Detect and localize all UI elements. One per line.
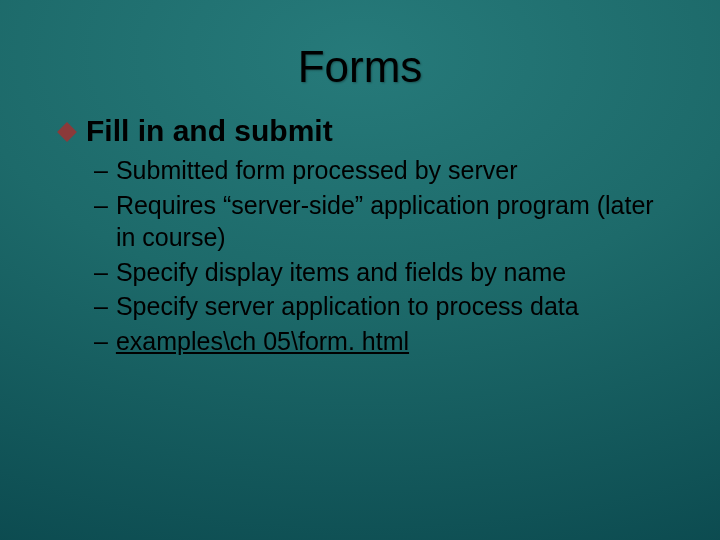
dash-bullet-icon: – (94, 256, 108, 289)
slide-body: Fill in and submit – Submitted form proc… (0, 92, 720, 357)
diamond-bullet-icon (57, 122, 77, 142)
example-link[interactable]: examples\ch 05\form. html (116, 325, 409, 358)
list-item: – Requires “server-side” application pro… (94, 189, 660, 254)
dash-bullet-icon: – (94, 154, 108, 187)
slide-title: Forms (0, 0, 720, 92)
list-item: – Submitted form processed by server (94, 154, 660, 187)
bullet-level1: Fill in and submit (60, 114, 660, 148)
list-item: – Specify display items and fields by na… (94, 256, 660, 289)
list-item: – Specify server application to process … (94, 290, 660, 323)
dash-bullet-icon: – (94, 189, 108, 222)
sub-item-text: Requires “server-side” application progr… (116, 189, 656, 254)
slide: Forms Fill in and submit – Submitted for… (0, 0, 720, 540)
dash-bullet-icon: – (94, 325, 108, 358)
dash-bullet-icon: – (94, 290, 108, 323)
sub-item-text: Specify display items and fields by name (116, 256, 566, 289)
list-item: – examples\ch 05\form. html (94, 325, 660, 358)
sub-item-text: Specify server application to process da… (116, 290, 579, 323)
bullet-level2-group: – Submitted form processed by server – R… (94, 154, 660, 357)
sub-item-text: Submitted form processed by server (116, 154, 518, 187)
level1-text: Fill in and submit (86, 114, 333, 148)
